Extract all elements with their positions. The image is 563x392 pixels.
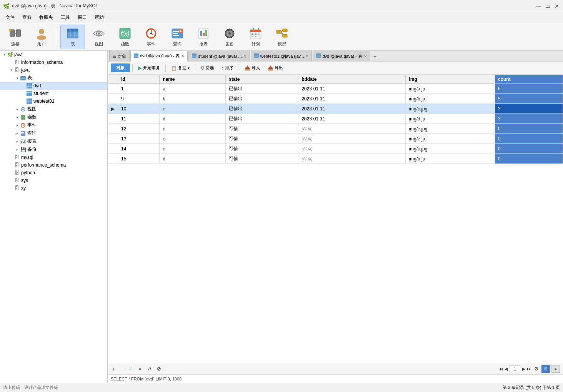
row-indicator[interactable] (108, 124, 118, 134)
sidebar-item-mysql[interactable]: ▸ 🗄 mysql (0, 153, 107, 161)
row-indicator[interactable]: ▶ (108, 104, 118, 114)
cell-count[interactable]: 0 (495, 154, 563, 164)
col-header-id[interactable]: id (118, 75, 160, 84)
sidebar-item-query-folder[interactable]: ▸ 查询 (0, 129, 107, 137)
table-row[interactable]: ▶10c已借出2023-01-11img/c.jpg3 (108, 104, 563, 114)
export-button[interactable]: 📤 导出 (265, 64, 286, 72)
sidebar-item-information-schema[interactable]: ▸ 🗄 information_schema (0, 58, 107, 66)
row-indicator[interactable] (108, 134, 118, 144)
table-row[interactable]: 11d已借出2023-01-11img/d.jp3 (108, 114, 563, 124)
col-header-bddate[interactable]: bddate (298, 75, 406, 84)
cell-name[interactable]: a (160, 84, 226, 94)
cell-img[interactable]: img/e.jp (406, 134, 495, 144)
tab-dvd-close[interactable]: ✕ (181, 54, 184, 58)
cell-name[interactable]: e (160, 134, 226, 144)
cell-count[interactable]: 6 (495, 84, 563, 94)
tab-student-table[interactable]: student @java (java) ... ✕ (188, 51, 250, 62)
cell-count[interactable]: 3 (495, 104, 563, 114)
col-header-name[interactable]: name (160, 75, 226, 84)
add-row-button[interactable]: + (111, 366, 116, 372)
cell-state[interactable]: 已借出 (226, 84, 298, 94)
cell-name[interactable]: d (160, 154, 226, 164)
col-header-state[interactable]: state (226, 75, 298, 84)
cell-bddate[interactable]: 2023-01-11 (298, 104, 406, 114)
objects-tab-button[interactable]: 对象 (111, 63, 130, 72)
cell-bddate[interactable]: 2023-01-11 (298, 114, 406, 124)
sidebar-item-backup-folder[interactable]: ▸ 💾 备份 (0, 145, 107, 153)
cell-bddate[interactable]: 2023-01-11 (298, 94, 406, 104)
page-settings-button[interactable]: ⚙ (533, 366, 540, 372)
cell-name[interactable]: c (160, 144, 226, 154)
cell-bddate[interactable]: 2023-01-11 (298, 84, 406, 94)
sidebar-item-student[interactable]: ▸ student (0, 90, 107, 97)
cell-id[interactable]: 12 (118, 124, 160, 134)
cell-count[interactable]: 0 (495, 124, 563, 134)
cell-id[interactable]: 13 (118, 134, 160, 144)
toolbar-model[interactable]: 模型 (270, 25, 294, 49)
toolbar-view[interactable]: 视图 (87, 25, 111, 49)
stop-button[interactable]: ⊘ (156, 366, 162, 372)
sidebar-item-table-folder[interactable]: ▾ 表 (0, 74, 107, 82)
cell-count[interactable]: 5 (495, 94, 563, 104)
tab-dvd-design-close[interactable]: ✕ (364, 54, 367, 58)
toolbar-table[interactable]: 表 (60, 25, 85, 49)
cell-name[interactable]: d (160, 114, 226, 124)
list-view-button[interactable]: ≡ (551, 365, 560, 373)
tab-student-close[interactable]: ✕ (243, 54, 247, 58)
cell-id[interactable]: 9 (118, 94, 160, 104)
row-indicator[interactable] (108, 144, 118, 154)
cell-state[interactable]: 可借 (226, 124, 298, 134)
first-page-button[interactable]: ⏮ (498, 366, 503, 372)
cell-id[interactable]: 14 (118, 144, 160, 154)
col-header-count[interactable]: count (495, 75, 563, 84)
cell-name[interactable]: c (160, 104, 226, 114)
cell-bddate[interactable]: (Null) (298, 154, 406, 164)
sidebar-item-perf-schema[interactable]: ▸ 🗄 performance_schema (0, 161, 107, 169)
row-indicator[interactable] (108, 154, 118, 164)
cell-state[interactable]: 可借 (226, 134, 298, 144)
refresh-button[interactable]: ↺ (146, 366, 153, 372)
grid-view-button[interactable]: ⊞ (541, 365, 550, 373)
cell-name[interactable]: c (160, 124, 226, 134)
toolbar-query[interactable]: ▶ 查询 (165, 25, 190, 49)
cell-state[interactable]: 已借出 (226, 114, 298, 124)
menu-help[interactable]: 帮助 (91, 13, 108, 22)
sort-button[interactable]: ↕ 排序 (218, 64, 237, 72)
menu-file[interactable]: 文件 (2, 13, 18, 22)
row-indicator[interactable] (108, 114, 118, 124)
cell-img[interactable]: img/b.jp (406, 94, 495, 104)
delete-row-button[interactable]: − (119, 366, 125, 372)
sidebar-item-dvd[interactable]: ▸ dvd (0, 82, 107, 90)
sidebar-item-func-folder[interactable]: ▸ f 函数 (0, 113, 107, 121)
cell-img[interactable]: img/b.jp (406, 154, 495, 164)
cell-count[interactable]: 0 (495, 134, 563, 144)
toolbar-event[interactable]: 事件 (139, 25, 163, 49)
cell-img[interactable]: img/c.jpg (406, 124, 495, 134)
table-row[interactable]: 9b已借出2023-01-11img/b.jp5 (108, 94, 563, 104)
toolbar-user[interactable]: 用户 (29, 25, 54, 49)
sidebar-item-java-root[interactable]: ▾ 🌿 java (0, 51, 107, 58)
restore-button[interactable]: ▭ (545, 3, 551, 9)
import-button[interactable]: 📥 导入 (242, 64, 263, 72)
close-button[interactable]: ✕ (554, 3, 560, 9)
toolbar-backup[interactable]: 备份 (217, 25, 242, 49)
sidebar-item-xy[interactable]: ▸ 🗄 xy (0, 184, 107, 192)
sidebar-item-event-folder[interactable]: ▸ 事件 (0, 121, 107, 129)
cell-img[interactable]: img/c.jpg (406, 104, 495, 114)
toolbar-schedule[interactable]: 计划 (243, 25, 268, 49)
sidebar-item-report-folder[interactable]: ▸ 报表 (0, 137, 107, 145)
cell-id[interactable]: 10 (118, 104, 160, 114)
sidebar-item-sys[interactable]: ▸ 🗄 sys (0, 177, 107, 184)
filter-button[interactable]: ▽ 筛选 (198, 64, 217, 72)
cell-id[interactable]: 11 (118, 114, 160, 124)
table-row[interactable]: 1a已借出2023-01-11img/a.jp6 (108, 84, 563, 94)
tab-add-button[interactable]: + (371, 53, 379, 59)
table-row[interactable]: 14c可借(Null)img/c.jpg0 (108, 144, 563, 154)
cell-state[interactable]: 已借出 (226, 104, 298, 114)
cell-bddate[interactable]: (Null) (298, 144, 406, 154)
cell-img[interactable]: img/a.jp (406, 84, 495, 94)
tab-webtest01-table[interactable]: webtest01 @java (jav... ✕ (251, 51, 312, 62)
cell-bddate[interactable]: (Null) (298, 124, 406, 134)
cell-id[interactable]: 15 (118, 154, 160, 164)
note-button[interactable]: 📋 备注 ▾ (168, 64, 193, 72)
